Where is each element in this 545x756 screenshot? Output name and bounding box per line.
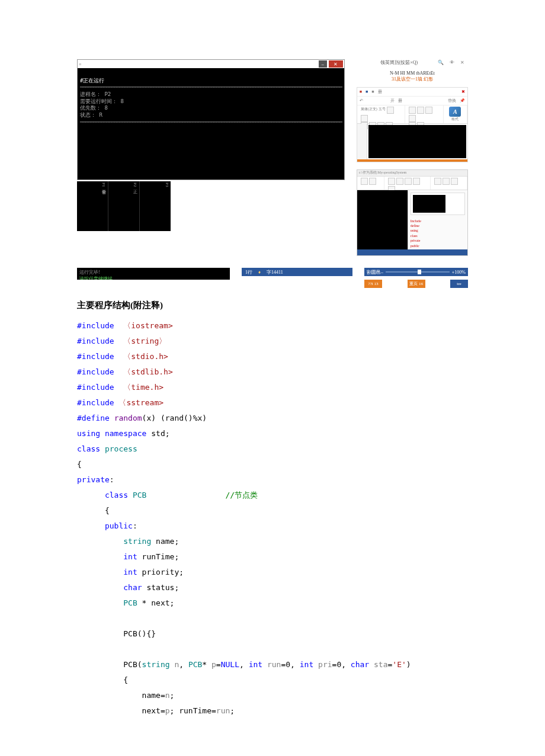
- section-heading: 主要程序结构(附注释): [77, 300, 468, 311]
- quick-access-toolbar: ■■■ 册 ✖: [357, 88, 467, 97]
- format-icon[interactable]: A: [449, 107, 461, 117]
- close-button[interactable]: ✕: [329, 60, 343, 68]
- replace-label[interactable]: 替换: [448, 98, 456, 104]
- slide-canvas[interactable]: [368, 125, 466, 158]
- cut-icon[interactable]: [369, 178, 376, 185]
- search-icon[interactable]: 🔍: [438, 60, 444, 65]
- console-window: ≡ – ✕ #正在运行 ━━━━━━━━━━━━━━━━━━━━━━━━━━━━…: [77, 59, 345, 180]
- bold-icon[interactable]: [388, 178, 395, 185]
- font-icon[interactable]: [361, 115, 368, 122]
- undo-icon[interactable]: ↶: [360, 98, 363, 103]
- close-icon[interactable]: ✕: [460, 60, 464, 65]
- view-button[interactable]: 割: [367, 269, 371, 276]
- outline-list: Include define using class private publi…: [408, 217, 467, 249]
- header-label: 领英简历(按茹×Q): [380, 59, 418, 66]
- ribbon: 第体(正文) 五号 字体: [357, 105, 467, 124]
- paste-icon[interactable]: [361, 178, 368, 185]
- view-button[interactable]: 邑: [376, 269, 381, 276]
- align-icon[interactable]: [434, 178, 441, 185]
- top-header: 领英简历(按茹×Q) 🔍 👁 ✕: [357, 59, 468, 66]
- bottom-row: 运行完毕! 请按任意键继续... 1行 ♦ 字14411 割 圆 邑 – + 1…: [77, 268, 468, 288]
- underline-icon[interactable]: [405, 178, 412, 185]
- console-pane: [357, 190, 408, 249]
- notes-pane[interactable]: [357, 159, 467, 162]
- eye-icon[interactable]: 👁: [450, 60, 454, 65]
- mini-console: P3: [140, 181, 171, 231]
- tab[interactable]: 册: [398, 98, 402, 104]
- word-ribbon: [357, 177, 467, 190]
- close-icon[interactable]: ✖: [461, 89, 465, 94]
- mini-console-row: P1学需要 P2正 P3: [77, 181, 345, 231]
- zoom-slider[interactable]: [386, 271, 450, 273]
- list-icon[interactable]: [443, 178, 450, 185]
- slide-thumbnails[interactable]: [357, 124, 367, 159]
- bold-icon[interactable]: [387, 107, 394, 114]
- align-right-icon[interactable]: [425, 107, 432, 114]
- list-icon[interactable]: [409, 115, 416, 122]
- word-statusbar: [357, 249, 467, 255]
- ppt-title: N-M HI MM tbAREtEt 31及该空一1填 幻形: [357, 71, 468, 82]
- titlebar: ≡ – ✕: [78, 60, 344, 68]
- bottom-console: 运行完毕! 请按任意键继续...: [77, 268, 230, 280]
- italic-icon[interactable]: [396, 178, 403, 185]
- align-center-icon[interactable]: [417, 107, 424, 114]
- taskbar-item[interactable]: tre: [450, 280, 468, 288]
- titlebar-handle: ≡: [79, 62, 82, 67]
- zoom-out-button[interactable]: –: [381, 270, 383, 275]
- taskbar-item[interactable]: 重页 16: [408, 280, 425, 288]
- console-output: #正在运行 ━━━━━━━━━━━━━━━━━━━━━━━━━━━━━━━━━━…: [78, 68, 344, 180]
- screenshot-collage: ≡ – ✕ #正在运行 ━━━━━━━━━━━━━━━━━━━━━━━━━━━━…: [77, 59, 468, 256]
- code-listing: #include 〈iostream> #include 〈string〉 #i…: [77, 318, 468, 719]
- taskbar-item[interactable]: ??i 13: [364, 280, 382, 288]
- min-button[interactable]: –: [319, 60, 327, 68]
- mini-console: P1学需要: [77, 181, 108, 231]
- document-area[interactable]: [411, 193, 465, 215]
- powerpoint-window: ■■■ 册 ✖ ↶ 开 册 替换 📌 第体(正文) 五号: [357, 87, 468, 162]
- pin-icon[interactable]: 📌: [460, 98, 465, 103]
- mini-console: P2正: [108, 181, 140, 231]
- word-window: c:\作为系统\MyoperatingSystem: [357, 169, 468, 256]
- tab[interactable]: 开: [390, 98, 395, 104]
- align-left-icon[interactable]: [409, 107, 416, 114]
- tab[interactable]: 册: [378, 89, 382, 95]
- indent-icon[interactable]: [451, 178, 458, 185]
- view-button[interactable]: 圆: [371, 269, 376, 276]
- word-titlebar: c:\作为系统\MyoperatingSystem: [357, 170, 467, 177]
- zoom-value: 100%: [454, 270, 466, 275]
- font-icon[interactable]: [413, 178, 420, 185]
- statusbar-strip: 1行 ♦ 字14411: [242, 268, 352, 276]
- zoom-bar: 割 圆 邑 – + 100%: [364, 268, 468, 276]
- taskbar: ??i 13 重页 16 tre: [364, 280, 468, 288]
